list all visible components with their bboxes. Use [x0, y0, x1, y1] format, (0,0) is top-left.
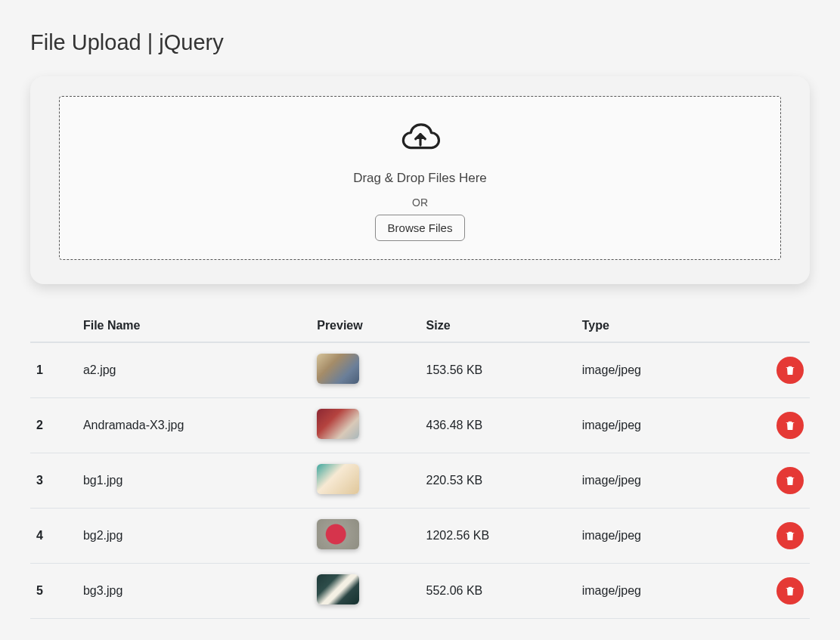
files-table: File Name Preview Size Type 1 a2.jpg 153…: [30, 310, 810, 619]
drag-drop-label: Drag & Drop Files Here: [75, 171, 765, 186]
trash-icon: [784, 363, 796, 377]
upload-dropzone[interactable]: Drag & Drop Files Here OR Browse Files: [59, 96, 781, 260]
delete-button[interactable]: [776, 522, 804, 549]
row-file-name: bg1.jpg: [77, 453, 311, 509]
row-size: 436.48 KB: [420, 398, 576, 453]
row-preview: [311, 398, 420, 453]
delete-button[interactable]: [776, 412, 804, 439]
table-header-preview: Preview: [311, 310, 420, 342]
row-index: 4: [30, 509, 77, 564]
table-header-name: File Name: [77, 310, 311, 342]
thumbnail-icon: [317, 519, 359, 549]
row-index: 1: [30, 342, 77, 398]
row-size: 1202.56 KB: [420, 509, 576, 564]
delete-button[interactable]: [776, 357, 804, 384]
row-preview: [311, 453, 420, 509]
row-size: 153.56 KB: [420, 342, 576, 398]
row-preview: [311, 509, 420, 564]
row-file-name: a2.jpg: [77, 342, 311, 398]
row-index: 3: [30, 453, 77, 509]
thumbnail-icon: [317, 354, 359, 384]
trash-icon: [784, 529, 796, 543]
table-header-size: Size: [420, 310, 576, 342]
row-type: image/jpeg: [576, 453, 748, 509]
row-index: 5: [30, 564, 77, 619]
row-file-name: Andramada-X3.jpg: [77, 398, 311, 453]
row-type: image/jpeg: [576, 564, 748, 619]
row-type: image/jpeg: [576, 398, 748, 453]
table-header-action: [748, 310, 810, 342]
table-header-type: Type: [576, 310, 748, 342]
row-file-name: bg3.jpg: [77, 564, 311, 619]
table-row: 2 Andramada-X3.jpg 436.48 KB image/jpeg: [30, 398, 810, 453]
row-file-name: bg2.jpg: [77, 509, 311, 564]
row-type: image/jpeg: [576, 509, 748, 564]
or-label: OR: [75, 196, 765, 209]
row-size: 220.53 KB: [420, 453, 576, 509]
table-row: 1 a2.jpg 153.56 KB image/jpeg: [30, 342, 810, 398]
row-preview: [311, 564, 420, 619]
delete-button[interactable]: [776, 467, 804, 494]
table-row: 5 bg3.jpg 552.06 KB image/jpeg: [30, 564, 810, 619]
cloud-upload-icon: [75, 119, 765, 160]
table-header-index: [30, 310, 77, 342]
row-preview: [311, 342, 420, 398]
browse-files-button[interactable]: Browse Files: [375, 215, 466, 241]
trash-icon: [784, 474, 796, 487]
trash-icon: [784, 419, 796, 432]
trash-icon: [784, 584, 796, 598]
page-title: File Upload | jQuery: [30, 30, 810, 55]
row-size: 552.06 KB: [420, 564, 576, 619]
thumbnail-icon: [317, 409, 359, 439]
row-index: 2: [30, 398, 77, 453]
thumbnail-icon: [317, 574, 359, 604]
table-row: 3 bg1.jpg 220.53 KB image/jpeg: [30, 453, 810, 509]
thumbnail-icon: [317, 464, 359, 494]
upload-card: Drag & Drop Files Here OR Browse Files: [30, 76, 810, 284]
delete-button[interactable]: [776, 577, 804, 604]
row-type: image/jpeg: [576, 342, 748, 398]
table-row: 4 bg2.jpg 1202.56 KB image/jpeg: [30, 509, 810, 564]
